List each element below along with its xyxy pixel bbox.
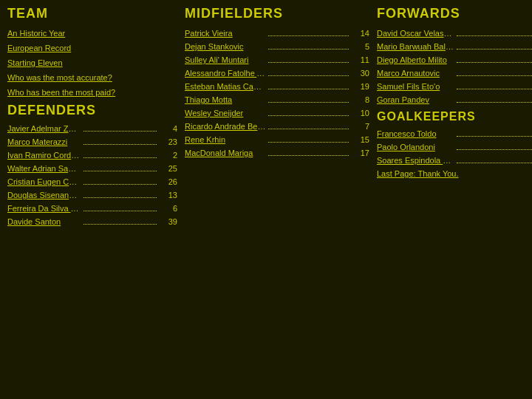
gk-row-orlandoni[interactable]: Paolo Orlandoni 21 [377,143,532,151]
fwd-name-pandev: Goran Pandev [377,95,454,104]
fwd-row-balotelli[interactable]: Mario Barwuah Balotelli 45 [377,42,532,51]
defender-number-cordoba: 2 [159,151,177,160]
mid-row-mariga[interactable]: MacDonald Mariga 17 [185,149,369,157]
mid-number-motta: 8 [351,95,369,104]
gk-name-julio-cesar: Soares Espindola Julio Cesar [377,156,454,165]
fwd-row-arnautovic[interactable]: Marco Arnautovic 89 [377,69,532,78]
midfielders-header: MIDFIELDERS [185,6,369,21]
mid-name-cambiasso: Esteban Matias Cambiasso [185,82,266,91]
gk-row-toldo[interactable]: Francesco Toldo 1 [377,129,532,138]
mid-number-quaresma: 7 [351,122,369,131]
dotted-line [268,142,349,143]
mid-name-vieira: Patrick Vieira [185,29,266,38]
dotted-line [268,62,349,63]
mid-row-quaresma[interactable]: Ricardo Andrade Bernardo Quaresma 7 [185,122,369,131]
defender-name-lucio: Ferreira Da Silva Lucimar Lucio [7,204,81,213]
defender-row-maicon[interactable]: Douglas Sisenando Maicon 13 [7,191,177,200]
dotted-line [457,35,533,36]
defender-number-chivu: 26 [159,177,177,186]
mid-name-sneijder: Wesley Sneijder [185,109,266,117]
dotted-line [83,224,157,225]
mid-row-cambiasso[interactable]: Esteban Matias Cambiasso 19 [185,82,369,91]
mid-row-muntari[interactable]: Sulley Ali' Muntari 11 [185,55,369,64]
fwd-row-milito[interactable]: Diego Alberto Milito 22 [377,55,532,64]
defender-number-zanetti: 4 [159,124,177,133]
mid-row-krhin[interactable]: Rene Krhin 15 [185,135,369,144]
gk-row-julio-cesar[interactable]: Soares Espindola Julio Cesar 12 [377,156,532,165]
dotted-line [268,129,349,129]
defender-name-maicon: Douglas Sisenando Maicon [7,191,81,200]
defender-number-maicon: 13 [159,191,177,200]
team-column: TEAM An Historic Year European Record St… [7,6,177,231]
fwd-name-milito: Diego Alberto Milito [377,55,454,64]
dotted-line [83,211,157,211]
goalkeepers-header: GOALKEEPERS [377,110,532,123]
mid-row-vieira[interactable]: Patrick Vieira 14 [185,29,369,38]
mid-name-mariga: MacDonald Mariga [185,149,266,157]
defender-number-santon: 39 [159,217,177,226]
dotted-line [457,75,533,76]
defender-row-samuel[interactable]: Walter Adrian Samuel 25 [7,164,177,173]
defender-name-materazzi: Marco Materazzi [7,137,81,146]
mid-row-mancini[interactable]: Alessandro Fatolhe Amantino Mancini 30 [185,69,369,78]
mid-name-muntari: Sulley Ali' Muntari [185,55,266,64]
defender-number-samuel: 25 [159,164,177,173]
defender-name-zanetti: Javier Adelmar Zanetti [7,124,81,133]
nav-starting-eleven[interactable]: Starting Eleven [7,58,177,67]
mid-name-quaresma: Ricardo Andrade Bernardo Quaresma [185,122,266,131]
nav-european-record[interactable]: European Record [7,44,177,52]
dotted-line [268,155,349,156]
defender-number-materazzi: 23 [159,137,177,146]
dotted-line [268,35,349,36]
mid-row-sneijder[interactable]: Wesley Sneijder 10 [185,109,369,117]
defender-row-materazzi[interactable]: Marco Materazzi 23 [7,137,177,146]
mid-number-cambiasso: 19 [351,82,369,91]
dotted-line [457,102,533,103]
dotted-line [457,149,533,150]
dotted-line [83,131,157,132]
midfielders-column: MIDFIELDERS Patrick Vieira 14 Dejan Stan… [185,6,369,231]
defender-name-samuel: Walter Adrian Samuel [7,164,81,173]
dotted-line [457,163,533,163]
mid-number-sneijder: 10 [351,109,369,117]
forwards-header: FORWARDS [377,6,532,21]
fwd-row-suazo[interactable]: David Oscar Velasquez Suazo 18 [377,29,532,38]
mid-number-stankovic: 5 [351,42,369,51]
defender-row-zanetti[interactable]: Javier Adelmar Zanetti 4 [7,124,177,133]
nav-last-page[interactable]: Last Page: Thank You. [377,169,532,178]
defender-name-cordoba: Ivan Ramiro Cordoba [7,151,81,160]
nav-an-historic-year[interactable]: An Historic Year [7,29,177,38]
mid-row-stankovic[interactable]: Dejan Stankovic 5 [185,42,369,51]
gk-name-orlandoni: Paolo Orlandoni [377,143,454,151]
dotted-line [457,136,533,137]
defender-row-santon[interactable]: Davide Santon 39 [7,217,177,226]
dotted-line [83,171,157,171]
fwd-name-balotelli: Mario Barwuah Balotelli [377,42,454,51]
mid-number-mancini: 30 [351,69,369,78]
dotted-line [268,115,349,116]
defender-row-cordoba[interactable]: Ivan Ramiro Cordoba 2 [7,151,177,160]
mid-number-vieira: 14 [351,29,369,38]
fwd-row-pandev[interactable]: Goran Pandev 27 [377,95,532,104]
dotted-line [83,184,157,185]
fwd-name-arnautovic: Marco Arnautovic [377,69,454,78]
nav-most-paid[interactable]: Who has been the most paid? [7,88,177,97]
fwd-row-etoo[interactable]: Samuel Fils Eto'o 9 [377,82,532,91]
team-header: TEAM [7,6,177,21]
dotted-line [268,49,349,50]
mid-row-motta[interactable]: Thiago Motta 8 [185,95,369,104]
defender-number-lucio: 6 [159,204,177,213]
mid-name-motta: Thiago Motta [185,95,266,104]
fwd-name-etoo: Samuel Fils Eto'o [377,82,454,91]
nav-most-accurate[interactable]: Who was the most accurate? [7,73,177,82]
defender-row-chivu[interactable]: Cristian Eugen Chivu 26 [7,177,177,186]
gk-name-toldo: Francesco Toldo [377,129,454,138]
dotted-line [83,157,157,158]
dotted-line [457,89,533,89]
defenders-header: DEFENDERS [7,103,177,118]
dotted-line [457,62,533,63]
dotted-line [83,144,157,145]
mid-name-stankovic: Dejan Stankovic [185,42,266,51]
mid-name-mancini: Alessandro Fatolhe Amantino Mancini [185,69,266,78]
defender-row-lucio[interactable]: Ferreira Da Silva Lucimar Lucio 6 [7,204,177,213]
